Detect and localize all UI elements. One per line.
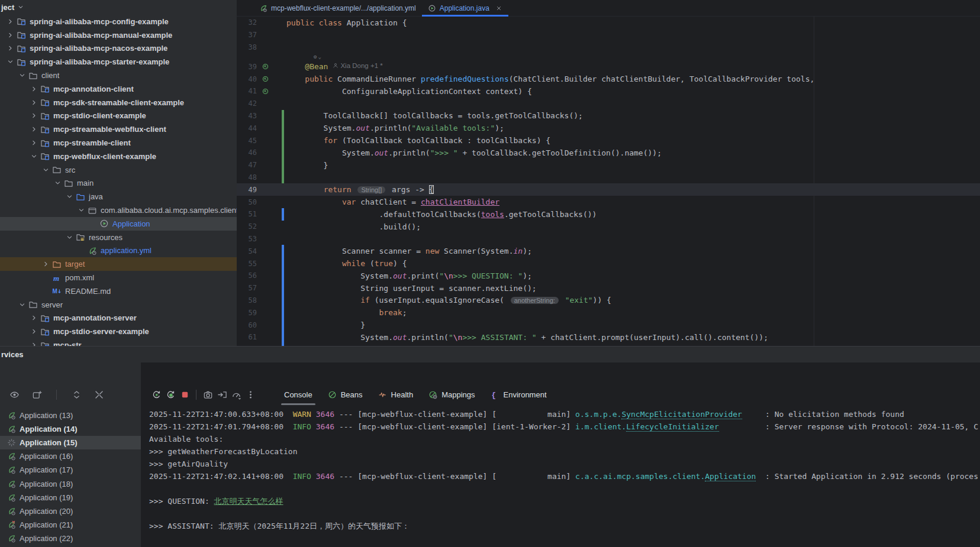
service-item-application-16-[interactable]: Application (16)	[0, 449, 141, 463]
code-line-59[interactable]: 59 break;	[237, 306, 980, 319]
chevron-right-icon[interactable]	[30, 341, 38, 346]
logger-link[interactable]: LifecycleInitializer	[626, 422, 719, 432]
expand-arrow[interactable]	[28, 99, 39, 106]
collapse-arrow[interactable]	[5, 58, 15, 66]
tab-beans[interactable]: Beans	[320, 384, 370, 405]
tree-item-pom-xml[interactable]: mpom.xml	[0, 271, 237, 284]
tree-item-mcp-streamable-webflux-client[interactable]: mcp-streamable-webflux-client	[0, 122, 237, 136]
tree-item-resources[interactable]: resources	[0, 231, 237, 244]
project-header[interactable]: ject	[0, 0, 237, 14]
code-line-53[interactable]: 53	[237, 233, 980, 245]
kebab-button[interactable]	[243, 387, 257, 402]
service-item-application-15-[interactable]: Application (15)	[0, 436, 141, 449]
chevron-right-icon[interactable]	[7, 44, 14, 52]
tree-item-java[interactable]: java	[0, 190, 237, 203]
tree-item-application-yml[interactable]: application.yml	[0, 244, 237, 258]
collapse-button[interactable]	[92, 387, 106, 402]
expand-arrow[interactable]	[28, 85, 39, 93]
add-tab-button[interactable]	[30, 387, 44, 402]
code-line-42[interactable]: 42	[237, 98, 980, 110]
tree-item-application[interactable]: Application	[0, 217, 237, 231]
collapse-arrow[interactable]	[40, 166, 51, 174]
editor-tab-application-java[interactable]: Application.java	[422, 0, 508, 16]
chevron-right-icon[interactable]	[30, 85, 38, 93]
expand-button[interactable]	[69, 387, 83, 402]
tab-mappings[interactable]: Mappings	[421, 384, 482, 405]
tab-health[interactable]: Health	[370, 384, 421, 405]
tree-item-src[interactable]: src	[0, 163, 237, 177]
tree-item-mcp-webflux-client-example[interactable]: mcp-webflux-client-example	[0, 150, 237, 163]
rerun-button[interactable]	[149, 387, 163, 402]
service-item-application-17-[interactable]: Application (17)	[0, 463, 141, 477]
expand-arrow[interactable]	[28, 341, 39, 346]
service-item-application-20-[interactable]: Application (20)	[0, 504, 141, 518]
expand-arrow[interactable]	[5, 31, 15, 39]
tree-item-spring-ai-alibaba-mcp-manual-example[interactable]: spring-ai-alibaba-mcp-manual-example	[0, 28, 237, 42]
close-tab-button[interactable]	[495, 5, 502, 12]
chevron-down-icon[interactable]	[18, 72, 26, 79]
chevron-down-icon[interactable]	[7, 58, 14, 66]
tree-item-mcp-stdio-client-example[interactable]: mcp-stdio-client-example	[0, 109, 237, 123]
code-line-52[interactable]: 52 .build();	[237, 221, 980, 233]
bean-gutter-icon[interactable]	[262, 63, 269, 70]
chevron-down-icon[interactable]	[30, 153, 38, 160]
code-line-58[interactable]: 58 if (userInput.equalsIgnoreCase( anoth…	[237, 294, 980, 307]
code-line-57[interactable]: 57 String userInput = scanner.nextLine()…	[237, 282, 980, 294]
code-line-32[interactable]: 32public class Application {	[237, 17, 980, 29]
console-output[interactable]: 2025-11-22T21:47:00.633+08:00 WARN 3646 …	[141, 408, 980, 532]
code-line-43[interactable]: 43 ToolCallback[] toolCallbacks = tools.…	[237, 110, 980, 122]
collapse-arrow[interactable]	[76, 206, 86, 214]
service-item-application-22-[interactable]: Application (22)	[0, 532, 141, 545]
collapse-arrow[interactable]	[17, 301, 27, 309]
service-item-application-14-[interactable]: Application (14)	[0, 422, 141, 436]
tree-item-com-alibaba-cloud-ai-mcp-samples-client[interactable]: com.alibaba.cloud.ai.mcp.samples.client	[0, 203, 237, 217]
tab-console[interactable]: Console	[276, 384, 320, 405]
expand-arrow[interactable]	[5, 44, 15, 52]
code-line-47[interactable]: 47 }	[237, 159, 980, 171]
bean-gutter-icon[interactable]	[262, 88, 269, 95]
chevron-right-icon[interactable]	[7, 31, 14, 39]
chevron-down-icon[interactable]	[54, 179, 62, 187]
service-item-application-21-[interactable]: Application (21)	[0, 518, 141, 532]
collapse-arrow[interactable]	[28, 153, 39, 160]
chevron-down-icon[interactable]	[66, 234, 73, 241]
expand-arrow[interactable]	[5, 18, 15, 25]
tree-item-spring-ai-alibaba-mcp-nacos-example[interactable]: spring-ai-alibaba-mcp-nacos-example	[0, 42, 237, 56]
eye-button[interactable]	[7, 387, 21, 402]
service-item-application-19-[interactable]: Application (19)	[0, 491, 141, 504]
tree-item-mcp-streamble-client[interactable]: mcp-streamble-client	[0, 136, 237, 150]
chevron-right-icon[interactable]	[30, 328, 38, 335]
logger-link[interactable]: SyncMcpElicitationProvider	[621, 410, 742, 419]
code-line-44[interactable]: 44 System.out.println("Available tools:"…	[237, 122, 980, 134]
code-line-50[interactable]: 50 var chatClient = chatClientBuilder	[237, 196, 980, 208]
code-editor[interactable]: 32public class Application {3738⚙⌄39 @Be…	[237, 17, 980, 346]
gauge-button[interactable]	[229, 387, 243, 402]
code-line-38[interactable]: 38	[237, 41, 980, 54]
tree-item-main[interactable]: main	[0, 177, 237, 190]
collapse-arrow[interactable]	[64, 193, 75, 200]
rerun-debug-button[interactable]	[163, 387, 178, 402]
bean-gutter-icon[interactable]	[262, 75, 269, 83]
close-icon[interactable]	[495, 5, 502, 12]
chevron-down-icon[interactable]	[42, 166, 50, 174]
chevron-right-icon[interactable]	[7, 18, 14, 25]
chevron-right-icon[interactable]	[30, 112, 38, 119]
code-line-55[interactable]: 55 while (true) {	[237, 257, 980, 270]
code-line-48[interactable]: 48	[237, 171, 980, 184]
code-line-41[interactable]: 41 ConfigurableApplicationContext contex…	[237, 85, 980, 98]
code-line-40[interactable]: 40 public CommandLineRunner predefinedQu…	[237, 73, 980, 85]
tree-item-mcp-annotation-client[interactable]: mcp-annotation-client	[0, 82, 237, 96]
tab-environment[interactable]: { }Environment	[483, 384, 555, 405]
code-line-51[interactable]: 51 .defaultToolCallbacks(tools.getToolCa…	[237, 208, 980, 221]
code-vision-gear-icon[interactable]: ⚙⌄	[237, 53, 980, 60]
chevron-right-icon[interactable]	[30, 139, 38, 147]
expand-arrow[interactable]	[28, 139, 39, 147]
expand-arrow[interactable]	[28, 125, 39, 133]
tree-item-target[interactable]: target	[0, 257, 237, 271]
chevron-right-icon[interactable]	[42, 260, 50, 268]
collapse-arrow[interactable]	[17, 72, 27, 79]
expand-arrow[interactable]	[40, 260, 51, 268]
tree-item-spring-ai-alibaba-mcp-starter-example[interactable]: spring-ai-alibaba-mcp-starter-example	[0, 55, 237, 69]
tree-item-client[interactable]: client	[0, 69, 237, 82]
code-line-56[interactable]: 56 System.out.print("\n>>> QUESTION: ");	[237, 270, 980, 282]
